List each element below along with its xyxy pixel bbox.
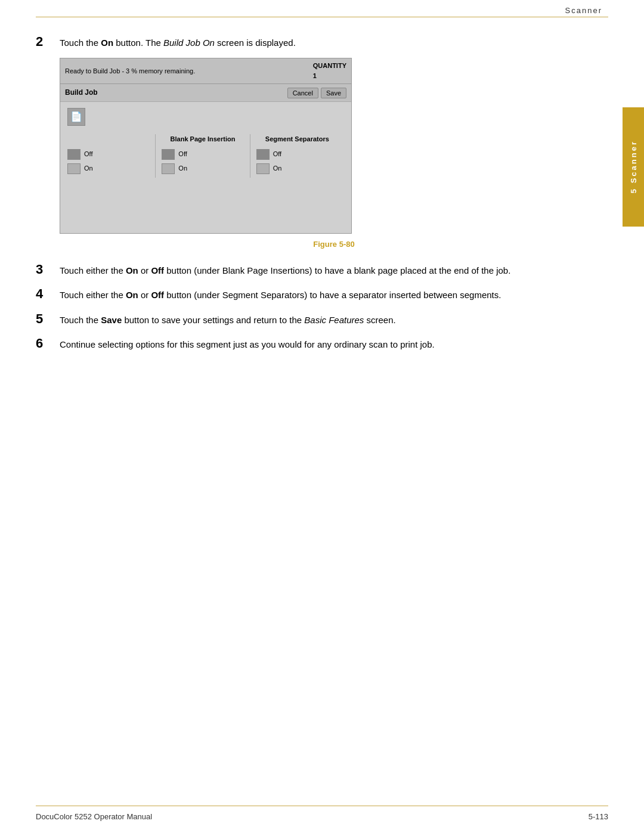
steps-lower: 3 Touch either the On or Off button (und… [36, 264, 608, 351]
col1-on-label: On [84, 163, 93, 174]
col3-on-option: On [256, 163, 338, 174]
step-number-5: 5 [36, 311, 60, 327]
col3-off-radio[interactable] [256, 149, 270, 160]
document-icon: 📄 [67, 108, 85, 126]
screenshot-body: 📄 Off On [60, 102, 351, 233]
step5-text2: button to save your settings and return … [122, 315, 304, 325]
screenshot-titlebar: Build Job Cancel Save [60, 84, 351, 102]
screenshot-buttons: Cancel Save [287, 88, 346, 98]
step5-bold1: Save [101, 315, 122, 325]
step-number-4: 4 [36, 286, 60, 302]
step-4: 4 Touch either the On or Off button (und… [36, 288, 608, 302]
col2-on-option: On [162, 163, 243, 174]
option-col-1: Off On [67, 134, 156, 178]
topbar-qty: QUANTITY 1 [313, 61, 346, 81]
step-5: 5 Touch the Save button to save your set… [36, 313, 608, 327]
step-number-6: 6 [36, 336, 60, 351]
options-row: Off On Blank Page Insertion [67, 134, 344, 178]
step-number-3: 3 [36, 262, 60, 277]
step-3: 3 Touch either the On or Off button (und… [36, 264, 608, 277]
side-tab: 5 Scanner [623, 107, 644, 227]
col3-on-label: On [273, 163, 282, 174]
header-title: Scanner [565, 6, 602, 15]
step-6: 6 Continue selecting options for this se… [36, 337, 608, 351]
step-2: 2 Touch the On button. The Build Job On … [36, 36, 608, 250]
col3-label: Segment Separators [256, 134, 338, 144]
cancel-button[interactable]: Cancel [287, 88, 318, 98]
step-3-content: Touch either the On or Off button (under… [60, 264, 608, 277]
main-content: 2 Touch the On button. The Build Job On … [36, 24, 608, 797]
footer: DocuColor 5252 Operator Manual 5-113 [36, 812, 608, 821]
step-4-content: Touch either the On or Off button (under… [60, 288, 608, 302]
side-tab-label: 5 Scanner [629, 140, 638, 193]
col1-on-option: On [67, 163, 149, 174]
col3-off-label: Off [273, 149, 281, 159]
col2-on-radio[interactable] [162, 163, 175, 174]
col1-on-radio[interactable] [67, 163, 80, 174]
bottom-rule [36, 806, 608, 806]
step3-text3: button (under Blank Page Insertions) to … [164, 265, 510, 275]
topbar-status: Ready to Build Job - 3 % memory remainin… [65, 66, 195, 76]
col1-off-label: Off [84, 149, 92, 159]
screenshot-topbar: Ready to Build Job - 3 % memory remainin… [60, 58, 351, 84]
footer-right: 5-113 [589, 812, 608, 821]
screenshot-box: Ready to Build Job - 3 % memory remainin… [60, 58, 352, 234]
step2-bold1: On [101, 38, 113, 48]
col2-off-radio[interactable] [162, 149, 175, 160]
step-2-content: Touch the On button. The Build Job On sc… [60, 36, 608, 250]
col2-off-option: Off [162, 149, 243, 160]
step4-bold1: On [126, 290, 138, 300]
col1-label [67, 134, 149, 144]
step5-text3: screen. [364, 315, 395, 325]
option-col-2: Blank Page Insertion Off On [156, 134, 250, 178]
col2-on-label: On [178, 163, 187, 174]
step3-bold1: On [126, 265, 138, 275]
step5-italic1: Basic Features [304, 315, 364, 325]
footer-left: DocuColor 5252 Operator Manual [36, 812, 152, 821]
col3-off-option: Off [256, 149, 338, 160]
step3-bold2: Off [151, 265, 164, 275]
step2-italic1: Build Job On [163, 38, 215, 48]
step4-text3: button (under Segment Separators) to hav… [164, 290, 501, 300]
step-number-2: 2 [36, 34, 60, 49]
qty-value: 1 [313, 72, 317, 79]
col1-off-radio[interactable] [67, 149, 80, 160]
col2-label: Blank Page Insertion [162, 134, 243, 144]
col2-off-label: Off [178, 149, 187, 159]
step-6-content: Continue selecting options for this segm… [60, 337, 608, 351]
screenshot-title: Build Job [65, 87, 98, 98]
option-col-3: Segment Separators Off On [250, 134, 344, 178]
col1-off-option: Off [67, 149, 149, 160]
col3-on-radio[interactable] [256, 163, 270, 174]
step4-text: Touch either the [60, 290, 126, 300]
step2-text-before: Touch the [60, 38, 101, 48]
step4-text2: or [138, 290, 151, 300]
step3-text2: or [138, 265, 151, 275]
step2-text-after: screen is displayed. [215, 38, 296, 48]
step2-text-mid: button. The [113, 38, 163, 48]
step4-bold2: Off [151, 290, 164, 300]
top-rule [36, 17, 608, 17]
step-5-content: Touch the Save button to save your setti… [60, 313, 608, 327]
save-button[interactable]: Save [321, 88, 346, 98]
qty-label-text: QUANTITY [313, 62, 346, 69]
step3-text: Touch either the [60, 265, 126, 275]
figure-caption: Figure 5-80 [60, 239, 608, 250]
step5-text: Touch the [60, 315, 101, 325]
